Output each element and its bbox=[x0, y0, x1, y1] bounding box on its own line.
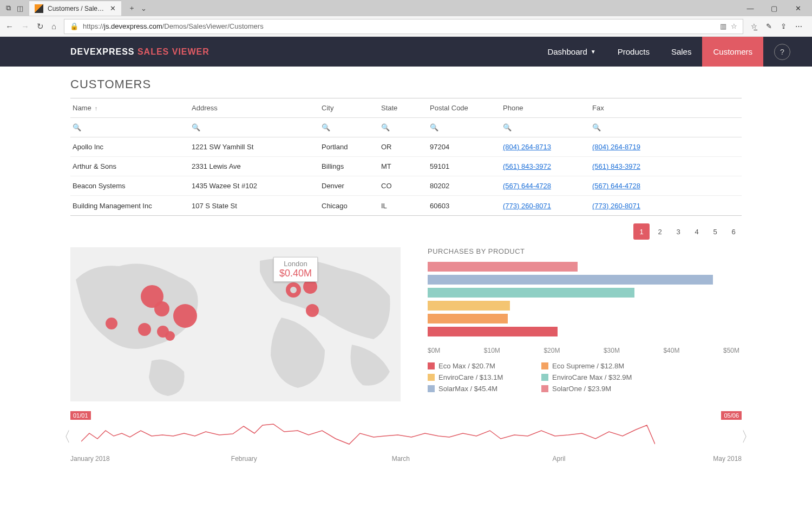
cell-state: OR bbox=[379, 143, 428, 151]
forward-button[interactable]: → bbox=[21, 22, 29, 31]
sort-asc-icon: ↑ bbox=[95, 105, 98, 111]
page-2[interactable]: 2 bbox=[652, 223, 668, 240]
customers-grid: Name↑ Address City State Postal Code Pho… bbox=[70, 98, 742, 216]
app-header: DEVEXPRESS SALES VIEWER Dashboard ▼ Prod… bbox=[0, 37, 812, 67]
more-icon[interactable]: ⋯ bbox=[795, 22, 802, 30]
close-window-button[interactable]: ✕ bbox=[786, 1, 810, 16]
timeline[interactable]: 01/01 05/06 〈 〉 January 2018FebruaryMarc… bbox=[70, 411, 742, 463]
page-4[interactable]: 4 bbox=[689, 223, 705, 240]
col-phone[interactable]: Phone bbox=[501, 104, 590, 112]
tab-chevron-icon[interactable]: ⌄ bbox=[137, 2, 149, 14]
bar-envirocare-max[interactable] bbox=[428, 288, 634, 298]
filter-postal[interactable]: 🔍 bbox=[428, 123, 501, 131]
reserve-tabs-icon[interactable]: ◫ bbox=[14, 2, 26, 14]
nav-products[interactable]: Products bbox=[607, 37, 660, 67]
col-postal[interactable]: Postal Code bbox=[428, 104, 501, 112]
filter-city[interactable]: 🔍 bbox=[319, 123, 379, 131]
new-tab-icon[interactable]: ＋ bbox=[126, 2, 137, 14]
back-button[interactable]: ← bbox=[5, 22, 14, 31]
reading-view-icon[interactable]: ▥ bbox=[720, 22, 726, 30]
col-state[interactable]: State bbox=[379, 104, 428, 112]
bar-envirocare[interactable] bbox=[428, 301, 510, 311]
phone-link[interactable]: (804) 264-8713 bbox=[503, 143, 551, 151]
favorite-star-icon[interactable]: ☆ bbox=[731, 22, 737, 30]
bar-solarmax[interactable] bbox=[428, 275, 713, 285]
nav-sales[interactable]: Sales bbox=[660, 37, 703, 67]
maximize-button[interactable]: ▢ bbox=[762, 1, 786, 16]
filter-state[interactable]: 🔍 bbox=[379, 123, 428, 131]
table-row[interactable]: Beacon Systems1435 Wazee St #102DenverCO… bbox=[70, 176, 742, 196]
col-address[interactable]: Address bbox=[189, 104, 319, 112]
fax-link[interactable]: (561) 843-3972 bbox=[592, 162, 640, 170]
grid-header: Name↑ Address City State Postal Code Pho… bbox=[70, 98, 742, 118]
map-bubble[interactable] bbox=[106, 318, 117, 329]
cell-name: Arthur & Sons bbox=[70, 162, 189, 170]
legend-item[interactable]: Eco Max / $20.7M bbox=[428, 362, 525, 370]
phone-link[interactable]: (561) 843-3972 bbox=[503, 162, 551, 170]
legend-item[interactable]: Eco Supreme / $12.8M bbox=[541, 362, 639, 370]
legend-item[interactable]: SolarOne / $23.9M bbox=[541, 385, 639, 393]
help-button[interactable]: ? bbox=[774, 44, 790, 60]
timeline-end-badge[interactable]: 05/06 bbox=[721, 411, 742, 420]
cell-phone: (773) 260-8071 bbox=[501, 202, 590, 210]
timeline-next-icon[interactable]: 〉 bbox=[741, 427, 755, 446]
recent-activity-icon[interactable]: ⧉ bbox=[2, 2, 14, 14]
cell-fax: (773) 260-8071 bbox=[590, 202, 742, 210]
fax-link[interactable]: (804) 264-8719 bbox=[592, 143, 640, 151]
map-bubble[interactable] bbox=[138, 323, 151, 336]
favorites-icon[interactable]: ☆̲ bbox=[751, 22, 757, 30]
map-panel[interactable]: London $0.40M bbox=[70, 247, 401, 401]
url-text: https://js.devexpress.com/Demos/SalesVie… bbox=[83, 22, 716, 30]
timeline-prev-icon[interactable]: 〈 bbox=[57, 427, 71, 446]
cell-phone: (561) 843-3972 bbox=[501, 162, 590, 170]
timeline-month: March bbox=[392, 455, 553, 463]
nav-customers[interactable]: Customers bbox=[702, 37, 763, 67]
map-bubble-selected[interactable] bbox=[286, 282, 301, 298]
bar-eco-max[interactable] bbox=[428, 327, 558, 336]
page-3[interactable]: 3 bbox=[670, 223, 686, 240]
cell-address: 2331 Lewis Ave bbox=[189, 162, 319, 170]
minimize-button[interactable]: — bbox=[738, 1, 762, 16]
map-bubble[interactable] bbox=[165, 331, 175, 341]
fax-link[interactable]: (567) 644-4728 bbox=[592, 182, 640, 190]
browser-tab[interactable]: Customers / Sale Viewe ✕ bbox=[29, 1, 121, 16]
table-row[interactable]: Arthur & Sons2331 Lewis AveBillingsMT591… bbox=[70, 157, 742, 176]
map-bubble[interactable] bbox=[306, 304, 319, 317]
page-1[interactable]: 1 bbox=[633, 223, 650, 240]
panels: London $0.40M PURCHASES BY PRODUCT $0M$1… bbox=[70, 247, 742, 401]
close-tab-icon[interactable]: ✕ bbox=[110, 4, 116, 12]
filter-address[interactable]: 🔍 bbox=[189, 123, 319, 131]
table-row[interactable]: Apollo Inc1221 SW Yamhill StPortlandOR97… bbox=[70, 137, 742, 157]
axis-tick: $30M bbox=[604, 347, 620, 354]
timeline-start-badge[interactable]: 01/01 bbox=[70, 411, 91, 420]
col-fax[interactable]: Fax bbox=[590, 104, 742, 112]
legend-item[interactable]: SolarMax / $45.4M bbox=[428, 385, 525, 393]
bar-solarone[interactable] bbox=[428, 262, 578, 272]
world-map bbox=[70, 247, 401, 401]
share-icon[interactable]: ⇪ bbox=[781, 22, 787, 30]
url-bar[interactable]: 🔒 https://js.devexpress.com/Demos/SalesV… bbox=[64, 19, 743, 34]
nav-dashboard[interactable]: Dashboard ▼ bbox=[536, 37, 606, 67]
refresh-button[interactable]: ↻ bbox=[37, 22, 44, 31]
legend-item[interactable]: EnviroCare / $13.1M bbox=[428, 373, 525, 381]
home-button[interactable]: ⌂ bbox=[51, 22, 56, 31]
col-name[interactable]: Name↑ bbox=[70, 104, 189, 112]
phone-link[interactable]: (773) 260-8071 bbox=[503, 202, 551, 210]
filter-name[interactable]: 🔍 bbox=[70, 123, 189, 131]
fax-link[interactable]: (773) 260-8071 bbox=[592, 202, 640, 210]
bar-chart[interactable] bbox=[428, 261, 742, 345]
filter-fax[interactable]: 🔍 bbox=[590, 123, 742, 131]
legend-item[interactable]: EnviroCare Max / $32.9M bbox=[541, 373, 639, 381]
filter-phone[interactable]: 🔍 bbox=[501, 123, 590, 131]
page-5[interactable]: 5 bbox=[707, 223, 723, 240]
table-row[interactable]: Building Management Inc107 S State StChi… bbox=[70, 196, 742, 215]
bar-eco-supreme[interactable] bbox=[428, 314, 508, 323]
phone-link[interactable]: (567) 644-4728 bbox=[503, 182, 551, 190]
col-city[interactable]: City bbox=[319, 104, 379, 112]
cell-postal: 80202 bbox=[428, 182, 501, 190]
sparkline bbox=[81, 420, 655, 450]
map-bubble[interactable] bbox=[173, 304, 197, 328]
map-bubble[interactable] bbox=[154, 301, 169, 316]
page-6[interactable]: 6 bbox=[725, 223, 742, 240]
notes-icon[interactable]: ✎ bbox=[766, 22, 772, 30]
